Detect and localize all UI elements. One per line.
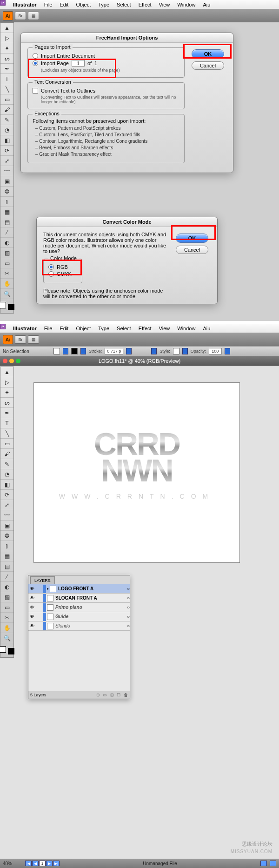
hand-tool-icon[interactable]: ✋ xyxy=(0,623,13,633)
pen-tool-icon[interactable]: ✒ xyxy=(0,408,13,418)
arrange-button[interactable]: ▦ xyxy=(28,12,39,20)
cmyk-radio[interactable] xyxy=(48,271,54,277)
type-tool-icon[interactable]: T xyxy=(0,74,13,84)
menu-select[interactable]: Select xyxy=(113,2,135,7)
menu-select[interactable]: Select xyxy=(113,326,135,331)
menu-aiu[interactable]: Aiu xyxy=(199,2,214,7)
artboard-tool-icon[interactable]: ▭ xyxy=(0,602,13,613)
pencil-tool-icon[interactable]: ✎ xyxy=(0,115,13,125)
zoom-tool-icon[interactable]: 🔍 xyxy=(0,633,13,643)
menu-type[interactable]: Type xyxy=(94,2,113,7)
brush-dropdown[interactable] xyxy=(151,348,157,354)
graph-tool-icon[interactable]: ⫿ xyxy=(0,541,13,551)
app-menu[interactable]: Illustrator xyxy=(9,2,40,7)
blob-brush-tool-icon[interactable]: ◔ xyxy=(0,125,13,135)
magic-wand-tool-icon[interactable]: ✦ xyxy=(0,43,13,53)
artboard-tool-icon[interactable]: ▭ xyxy=(0,258,13,268)
menu-file[interactable]: File xyxy=(40,2,56,7)
target-icon[interactable]: ○ xyxy=(127,586,130,591)
prev-artboard-icon[interactable]: ◀ xyxy=(32,861,39,866)
menu-view[interactable]: View xyxy=(155,2,174,7)
ai-home-icon[interactable]: Ai xyxy=(3,11,13,20)
gradient-tool-icon[interactable]: ▤ xyxy=(0,561,13,572)
visibility-icon[interactable]: 👁 xyxy=(28,605,36,610)
eraser-tool-icon[interactable]: ◧ xyxy=(0,480,13,490)
pen-tool-icon[interactable]: ✒ xyxy=(0,64,13,74)
free-transform-tool-icon[interactable]: ▣ xyxy=(0,521,13,531)
fill-swatch[interactable] xyxy=(53,348,60,354)
type-tool-icon[interactable]: T xyxy=(0,418,13,428)
slice-tool-icon[interactable]: ✂ xyxy=(0,268,13,279)
rectangle-tool-icon[interactable]: ▭ xyxy=(0,439,13,449)
page-number-input[interactable] xyxy=(72,60,85,67)
direct-select-tool-icon[interactable]: ▷ xyxy=(0,377,13,387)
hand-tool-icon[interactable]: ✋ xyxy=(0,279,13,289)
bridge-button[interactable]: Br xyxy=(15,335,26,344)
symbol-sprayer-tool-icon[interactable]: ❂ xyxy=(0,531,13,541)
menu-window[interactable]: Window xyxy=(173,326,199,331)
layer-name[interactable]: SLOGAN FRONT A xyxy=(55,595,127,601)
menu-object[interactable]: Object xyxy=(72,2,94,7)
lasso-tool-icon[interactable]: ᔕ xyxy=(0,53,13,64)
lasso-tool-icon[interactable]: ᔕ xyxy=(0,398,13,408)
zoom-level[interactable]: 40% xyxy=(3,861,20,866)
convert-text-checkbox[interactable] xyxy=(33,88,38,93)
cancel-button[interactable]: Cancel xyxy=(192,61,224,70)
blend-tool-icon[interactable]: ◐ xyxy=(0,238,13,248)
cancel-button[interactable]: Cancel xyxy=(176,246,208,254)
magic-wand-tool-icon[interactable]: ✦ xyxy=(0,387,13,398)
stroke-weight-dropdown[interactable] xyxy=(126,348,132,354)
menu-type[interactable]: Type xyxy=(94,326,113,331)
window-traffic-lights[interactable] xyxy=(3,359,20,363)
bridge-button[interactable]: Br xyxy=(15,12,26,20)
rotate-tool-icon[interactable]: ⟳ xyxy=(0,146,13,156)
blend-tool-icon[interactable]: ◐ xyxy=(0,582,13,592)
free-transform-tool-icon[interactable]: ▣ xyxy=(0,176,13,187)
symbol-sprayer-tool-icon[interactable]: ❂ xyxy=(0,187,13,197)
first-artboard-icon[interactable]: |◀ xyxy=(25,861,32,866)
paintbrush-tool-icon[interactable]: 🖌 xyxy=(0,449,13,459)
layer-name[interactable]: Guide xyxy=(55,614,127,619)
visibility-icon[interactable]: 👁 xyxy=(28,595,36,601)
scale-tool-icon[interactable]: ⤢ xyxy=(0,156,13,166)
line-tool-icon[interactable]: ╲ xyxy=(0,84,13,94)
menu-object[interactable]: Object xyxy=(72,326,94,331)
delete-layer-icon[interactable]: 🗑 xyxy=(124,693,128,697)
ai-home-icon[interactable]: Ai xyxy=(3,335,13,344)
app-menu[interactable]: Illustrator xyxy=(9,326,40,331)
arrange-button[interactable]: ▦ xyxy=(28,335,39,344)
zoom-tool-icon[interactable]: 🔍 xyxy=(0,289,13,299)
stroke-weight-input[interactable]: 0,717 p xyxy=(105,348,123,354)
live-paint-tool-icon[interactable]: ▧ xyxy=(0,248,13,258)
ok-button[interactable]: OK xyxy=(192,49,224,59)
fill-dropdown[interactable] xyxy=(63,348,68,354)
mesh-tool-icon[interactable]: ▦ xyxy=(0,551,13,561)
layer-name[interactable]: Sfondo xyxy=(55,623,127,628)
style-swatch[interactable] xyxy=(173,348,179,354)
scale-tool-icon[interactable]: ⤢ xyxy=(0,500,13,510)
blob-brush-tool-icon[interactable]: ◔ xyxy=(0,469,13,480)
line-tool-icon[interactable]: ╲ xyxy=(0,428,13,439)
eraser-tool-icon[interactable]: ◧ xyxy=(0,135,13,146)
layers-tab[interactable]: LAYERS xyxy=(30,576,55,584)
menu-edit[interactable]: Edit xyxy=(56,2,72,7)
layer-row[interactable]: 👁 ▸ LOGO FRONT A ○ xyxy=(28,584,130,594)
last-artboard-icon[interactable]: ▶| xyxy=(53,861,60,866)
ok-button[interactable]: OK xyxy=(176,234,208,243)
live-paint-tool-icon[interactable]: ▧ xyxy=(0,592,13,602)
slice-tool-icon[interactable]: ✂ xyxy=(0,613,13,623)
direct-select-tool-icon[interactable]: ▷ xyxy=(0,33,13,43)
gradient-tool-icon[interactable]: ▤ xyxy=(0,217,13,227)
fill-stroke-swatch[interactable] xyxy=(0,299,13,313)
new-layer-icon[interactable]: ☐ xyxy=(117,693,120,697)
selection-tool-icon[interactable]: ▲ xyxy=(0,367,13,377)
layer-row[interactable]: 👁 SLOGAN FRONT A○ xyxy=(28,594,130,603)
menu-edit[interactable]: Edit xyxy=(56,326,72,331)
status-menu-dropdown[interactable] xyxy=(270,861,276,866)
pencil-tool-icon[interactable]: ✎ xyxy=(0,459,13,469)
layer-name[interactable]: Primo piano xyxy=(55,605,127,610)
layer-row[interactable]: 👁 Sfondo○ xyxy=(28,621,130,631)
fill-stroke-swatch[interactable] xyxy=(0,643,13,657)
warp-tool-icon[interactable]: 〰 xyxy=(0,166,13,176)
eyedropper-tool-icon[interactable]: ⁄ xyxy=(0,572,13,582)
